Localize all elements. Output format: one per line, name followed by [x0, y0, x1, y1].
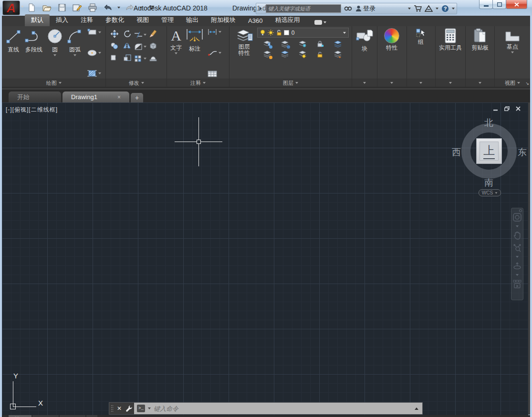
- undo-icon[interactable]: [102, 2, 114, 13]
- file-tab-start[interactable]: 开始: [9, 92, 61, 102]
- navigation-wheel-icon[interactable]: [513, 213, 522, 222]
- viewcube-north[interactable]: 北: [484, 117, 493, 129]
- command-line[interactable]: ✕ >_: [109, 402, 423, 415]
- circle-caret-icon[interactable]: [53, 54, 56, 56]
- table-button[interactable]: [207, 70, 221, 78]
- view-dialog-launcher-icon[interactable]: ↘: [525, 81, 529, 86]
- layer-dropdown-caret-icon[interactable]: [343, 32, 346, 34]
- arc-caret-icon[interactable]: [73, 54, 76, 56]
- tab-view[interactable]: 视图: [130, 14, 155, 26]
- base-view-button[interactable]: 基点: [503, 28, 522, 79]
- tab-a360[interactable]: A360: [242, 16, 269, 26]
- orbit-icon[interactable]: [513, 262, 522, 270]
- layer-walk-icon[interactable]: [334, 51, 343, 59]
- app-menu-button[interactable]: A: [2, 0, 20, 15]
- panel-modify-footer[interactable]: 修改: [106, 79, 167, 87]
- base-view-caret-icon[interactable]: [511, 51, 514, 53]
- maximize-button[interactable]: [492, 0, 506, 9]
- layer-isolate-icon[interactable]: [263, 40, 272, 49]
- navigation-bar[interactable]: [511, 208, 523, 300]
- search-icon[interactable]: [344, 5, 353, 12]
- rotate-icon[interactable]: [123, 30, 132, 40]
- open-file-icon[interactable]: [41, 2, 52, 13]
- properties-button[interactable]: 特性: [383, 28, 401, 79]
- viewport-restore-icon[interactable]: [504, 106, 510, 111]
- show-motion-icon[interactable]: [513, 280, 522, 288]
- drawing-canvas[interactable]: [-][俯视][二维线框] 北 南 西 东 上 WCS: [2, 102, 528, 415]
- stretch-icon[interactable]: [110, 54, 119, 63]
- save-as-icon[interactable]: [72, 2, 83, 13]
- orbit-caret-icon[interactable]: [516, 274, 519, 276]
- a360-caret-icon[interactable]: [436, 8, 438, 10]
- layout-tab-model[interactable]: 模型: [9, 415, 31, 417]
- command-close-icon[interactable]: ✕: [115, 403, 124, 414]
- polyline-button[interactable]: 多段线: [23, 28, 45, 79]
- scale-icon[interactable]: [123, 54, 132, 63]
- command-grip-handle[interactable]: [109, 403, 115, 414]
- ribbon-minimize-button[interactable]: [314, 20, 326, 25]
- infocenter-collapse-icon[interactable]: [258, 6, 263, 11]
- layer-thaw-all-icon[interactable]: [298, 51, 308, 59]
- panel-utilities-footer[interactable]: [436, 79, 466, 87]
- viewport-minimize-icon[interactable]: [493, 106, 498, 111]
- wcs-button[interactable]: WCS: [479, 189, 501, 196]
- file-tab-drawing1[interactable]: Drawing1 ×: [63, 92, 129, 102]
- tab-featured-apps[interactable]: 精选应用: [269, 14, 306, 26]
- line-button[interactable]: 直线: [4, 28, 23, 79]
- zoom-extents-icon[interactable]: [513, 244, 522, 252]
- minimize-button[interactable]: [479, 0, 493, 9]
- undo-caret-icon[interactable]: [117, 7, 120, 9]
- layer-set-current-icon[interactable]: [281, 51, 290, 59]
- offset-icon[interactable]: [149, 54, 157, 63]
- help-icon[interactable]: ?: [441, 5, 449, 12]
- tab-addins[interactable]: 附加模块: [205, 14, 242, 26]
- panel-block-footer[interactable]: [352, 79, 377, 87]
- app-store-cart-icon[interactable]: [414, 5, 422, 12]
- navwheel-caret-icon[interactable]: [516, 225, 519, 227]
- command-history-up-icon[interactable]: [415, 407, 418, 410]
- rectangle-button[interactable]: [87, 29, 101, 36]
- layer-freeze-icon[interactable]: [298, 40, 308, 49]
- panel-group-footer[interactable]: [407, 79, 435, 87]
- signin-caret-icon[interactable]: [408, 8, 411, 10]
- viewcube-top-face[interactable]: 上: [476, 138, 502, 164]
- panel-annotate-footer[interactable]: 注释: [167, 79, 229, 87]
- a360-icon[interactable]: [425, 5, 433, 12]
- layer-match-icon[interactable]: [334, 40, 343, 49]
- erase-icon[interactable]: [149, 30, 157, 40]
- panel-clipboard-footer[interactable]: [466, 79, 494, 87]
- layer-properties-button[interactable]: 图层 特性: [231, 28, 257, 79]
- dimension-button[interactable]: 标注: [183, 28, 206, 79]
- tab-home[interactable]: 默认: [25, 14, 50, 26]
- tab-manage[interactable]: 管理: [155, 14, 180, 26]
- text-button[interactable]: A 文字: [169, 28, 183, 79]
- command-wrench-icon[interactable]: [124, 403, 134, 414]
- search-input[interactable]: [266, 4, 341, 13]
- viewcube-east[interactable]: 东: [518, 146, 527, 159]
- viewport-controls-label[interactable]: [-][俯视][二维线框]: [6, 106, 58, 114]
- layer-unisolate-icon[interactable]: [281, 40, 290, 49]
- arc-button[interactable]: 圆弧: [65, 28, 85, 79]
- layer-dropdown[interactable]: 0: [257, 28, 349, 38]
- layer-lock-icon[interactable]: [316, 40, 325, 49]
- new-layout-button[interactable]: +: [86, 415, 97, 417]
- mirror-icon[interactable]: [123, 42, 132, 51]
- new-drawing-tab-button[interactable]: +: [131, 93, 143, 102]
- array-icon[interactable]: [134, 55, 146, 62]
- circle-button[interactable]: 圆: [45, 28, 65, 79]
- tab-insert[interactable]: 插入: [50, 14, 74, 26]
- signin-button[interactable]: 登录: [355, 4, 376, 13]
- plot-icon[interactable]: [87, 2, 98, 13]
- explode-icon[interactable]: [149, 42, 157, 51]
- utilities-button[interactable]: 实用工具: [438, 28, 463, 79]
- tab-annotate[interactable]: 注释: [74, 14, 99, 26]
- viewcube-south[interactable]: 南: [484, 177, 493, 189]
- text-caret-icon[interactable]: [175, 52, 177, 54]
- copy-icon[interactable]: [110, 42, 119, 51]
- layout-tab-layout1[interactable]: 布局1: [32, 415, 59, 417]
- move-icon[interactable]: [110, 30, 119, 40]
- viewcube[interactable]: 北 南 西 东 上: [461, 123, 517, 179]
- fillet-icon[interactable]: [134, 43, 146, 51]
- panel-view-footer[interactable]: 视图 ↘: [495, 79, 530, 87]
- close-button[interactable]: [506, 0, 527, 9]
